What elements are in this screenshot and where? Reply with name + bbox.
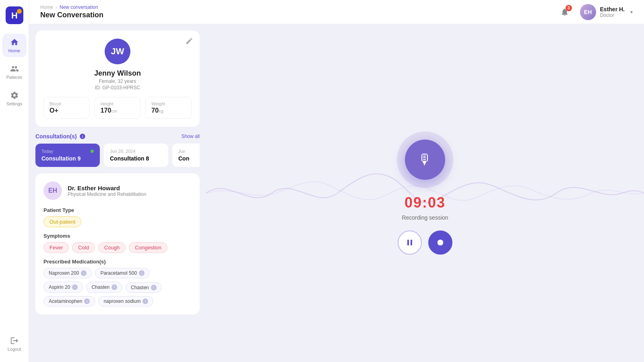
breadcrumb: Home › New conversation [40, 4, 103, 10]
mic-button[interactable]: 🎙 [405, 140, 445, 180]
vital-blood: Blood O+ [43, 97, 90, 119]
info-icon[interactable]: i [151, 285, 157, 290]
svg-point-3 [438, 240, 444, 246]
topbar-left: Home › New conversation New Conversation [40, 4, 103, 19]
consultation-card-7[interactable]: Jun Con [172, 144, 200, 167]
topbar-right: 3 EH Esther H. Doctor ▾ [557, 4, 633, 20]
patient-vitals: Blood O+ Height 170cm Weight 70kg [43, 97, 192, 119]
info-icon[interactable]: i [84, 298, 90, 304]
med-acetaminophen: Acetaminophen i [43, 296, 95, 306]
med-naproxensodium: naproxen sodium i [98, 296, 153, 306]
patient-card: JW Jenny Wilson Female, 32 years ID: GP-… [35, 31, 200, 127]
notification-badge: 3 [566, 5, 572, 11]
symptom-cough: Cough [98, 242, 126, 253]
doctor-avatar: EH [43, 181, 62, 200]
meds-grid: Naproxen 200 i Paracetamol 500 i Aspirin… [43, 268, 192, 306]
mic-area: 🎙 09:03 Recording session [397, 132, 453, 255]
info-icon[interactable]: i [81, 270, 87, 276]
svg-text:H: H [11, 10, 18, 21]
patient-name: Jenny Wilson [94, 69, 141, 78]
sidebar-item-patients[interactable]: Patients [2, 60, 27, 84]
consultation-card-8[interactable]: Jun 20, 2024 Consultation 8 [104, 144, 168, 167]
recording-label: Recording session [402, 214, 448, 221]
symptom-fever: Fever [43, 242, 69, 253]
consultations-header: Consultation(s) Show all [35, 133, 200, 140]
svg-point-2 [17, 9, 22, 14]
notification-button[interactable]: 3 [557, 5, 572, 19]
edit-button[interactable] [185, 37, 193, 47]
consultation-card-today[interactable]: Today Consultation 9 [35, 144, 100, 167]
right-panel: 🎙 09:03 Recording session [206, 24, 644, 362]
symptom-cold: Cold [72, 242, 95, 253]
patient-type-label: Patient Type [43, 207, 192, 213]
doctor-name: Dr. Esther Howard [68, 185, 146, 191]
consultations-section: Consultation(s) Show all Today Consultat… [35, 133, 200, 167]
consultation-list: Today Consultation 9 Jun 20, 2024 Consul… [35, 144, 200, 167]
user-info[interactable]: EH Esther H. Doctor ▾ [580, 4, 633, 20]
mic-outer-ring: 🎙 [397, 132, 453, 188]
patient-id: ID: GP-0103-HPRSC [95, 85, 140, 90]
info-icon[interactable]: i [111, 284, 117, 290]
recording-controls [398, 230, 452, 255]
symptoms-label: Symptoms [43, 233, 192, 239]
recording-timer: 09:03 [405, 194, 446, 211]
vital-height: Height 170cm [95, 97, 141, 119]
sidebar-item-settings[interactable]: Settings [2, 87, 27, 110]
stop-button[interactable] [428, 230, 452, 255]
doctor-specialty: Physical Medicine and Rehabilitation [68, 191, 146, 197]
med-chasten2: Chasten i [126, 282, 162, 293]
pause-button[interactable] [398, 230, 422, 255]
patient-type-badge: Out-patient [43, 216, 81, 227]
doctor-card: EH Dr. Esther Howard Physical Medicine a… [35, 173, 200, 315]
vital-weight: Weight 70kg [145, 97, 192, 119]
active-dot [91, 150, 94, 153]
content-area: JW Jenny Wilson Female, 32 years ID: GP-… [29, 24, 644, 362]
med-aspirin20: Aspirin 20 i [43, 282, 83, 293]
med-naproxen200: Naproxen 200 i [43, 268, 92, 278]
page-title: New Conversation [40, 11, 103, 19]
meds-label: Prescribed Medication(s) [43, 259, 192, 265]
left-panel: JW Jenny Wilson Female, 32 years ID: GP-… [29, 24, 206, 362]
show-all-button[interactable]: Show all [182, 134, 200, 139]
sidebar-item-home[interactable]: Home [2, 34, 27, 57]
logout-button[interactable]: Logout [4, 332, 25, 356]
symptoms-row: Fever Cold Cough Congestion [43, 242, 192, 253]
topbar: Home › New conversation New Conversation… [29, 0, 644, 24]
doctor-info: EH Dr. Esther Howard Physical Medicine a… [43, 181, 192, 200]
logo[interactable]: H [6, 6, 23, 24]
symptom-congestion: Congestion [129, 242, 167, 253]
med-chasten: Chasten i [86, 282, 122, 293]
main-wrapper: Home › New conversation New Conversation… [29, 0, 644, 362]
patient-meta: Female, 32 years [99, 78, 136, 84]
sidebar: H Home Patients Settings Logout [0, 0, 29, 362]
user-name-block: Esther H. Doctor [600, 6, 625, 18]
info-icon[interactable]: i [72, 284, 78, 290]
med-paracetamol500: Paracetamol 500 i [95, 268, 150, 278]
chevron-down-icon: ▾ [630, 9, 633, 15]
avatar: EH [580, 4, 596, 20]
info-icon[interactable]: i [142, 298, 148, 304]
microphone-icon: 🎙 [418, 151, 432, 168]
info-icon[interactable]: i [139, 270, 144, 276]
sidebar-nav: Home Patients Settings [2, 34, 27, 332]
patient-avatar: JW [105, 39, 130, 64]
